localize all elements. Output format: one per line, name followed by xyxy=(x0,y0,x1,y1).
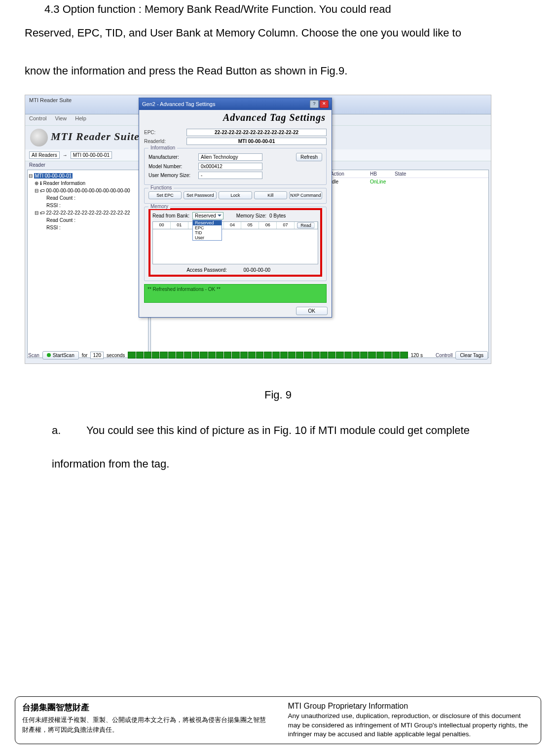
memory-size-label: Memory Size: xyxy=(236,213,266,218)
information-legend: Information xyxy=(148,145,177,150)
refresh-button[interactable]: Refresh xyxy=(296,153,322,161)
bank-option-user[interactable]: User xyxy=(193,235,222,240)
tree-rssi: RSSI : xyxy=(29,224,147,231)
ok-button[interactable]: OK xyxy=(296,307,328,315)
hex-col: 00 xyxy=(153,222,171,229)
kill-button[interactable]: Kill xyxy=(254,191,287,199)
footer-en-title: MTI Group Proprietary Information xyxy=(288,702,534,711)
bank-option-tid[interactable]: TID xyxy=(193,230,222,235)
scan-for-label: for xyxy=(82,353,88,358)
information-group: Information Manufacturer: Alien Technolo… xyxy=(144,148,327,185)
functions-group: Functions Set EPC Set Password Lock Kill… xyxy=(144,188,327,204)
paragraph: know the information and press the Read … xyxy=(25,57,531,85)
list-item: a.You could see this kind of picture as … xyxy=(52,416,531,444)
grid-cell-action: Idle xyxy=(331,179,370,184)
menu-help[interactable]: Help xyxy=(75,115,86,121)
dialog-header: Advanced Tag Settings xyxy=(139,110,332,125)
clear-tags-button[interactable]: Clear Tags xyxy=(455,351,488,360)
readerid-value: MTI 00-00-00-01 xyxy=(186,138,327,145)
menu-view[interactable]: View xyxy=(55,115,67,121)
memory-bank-dropdown[interactable]: Reserved Reserved EPC TID User xyxy=(192,212,223,219)
readerid-label: ReaderId: xyxy=(144,139,184,144)
reader-tree[interactable]: ⊟ MTI 00-00-00-01 ⊕ ℹ Reader Information… xyxy=(27,170,148,358)
scan-seconds-input[interactable]: 120 xyxy=(90,352,104,359)
gear-icon xyxy=(30,129,48,146)
bank-option-epc[interactable]: EPC xyxy=(193,225,222,230)
hex-col: 05 xyxy=(241,222,259,229)
reader-filter-select[interactable]: All Readers xyxy=(29,151,60,159)
arrow-icon: → xyxy=(63,152,68,158)
tree-readcount: Read Count : xyxy=(29,194,147,202)
advanced-tag-settings-dialog: Gen2 - Advanced Tag Settings ? ✕ Advance… xyxy=(139,98,332,318)
functions-legend: Functions xyxy=(148,185,174,190)
memory-legend: Memory xyxy=(148,204,170,209)
menu-control[interactable]: Control xyxy=(29,115,46,121)
hex-col: 06 xyxy=(259,222,277,229)
read-button[interactable]: Read xyxy=(297,222,315,228)
help-icon[interactable]: ? xyxy=(310,100,319,108)
list-bullet: a. xyxy=(52,416,86,444)
read-from-bank-label: Read from Bank: xyxy=(152,213,189,218)
start-scan-button[interactable]: StartScan xyxy=(42,351,79,360)
set-password-button[interactable]: Set Password xyxy=(184,191,217,199)
reader-id-select[interactable]: MTI 00-00-00-01 xyxy=(71,151,112,159)
memory-highlight-box: Read from Bank: Reserved Reserved EPC TI… xyxy=(148,208,322,277)
footer-en-body: Any unauthorized use, duplication, repro… xyxy=(288,712,534,739)
scan-label: Scan xyxy=(28,353,39,358)
hex-col: 01 xyxy=(171,222,188,229)
col-header: State xyxy=(395,171,419,177)
col-header: Action xyxy=(331,171,370,177)
user-mem-value: - xyxy=(198,172,262,179)
model-label: Model Number: xyxy=(148,164,195,169)
tree-readcount: Read Count : xyxy=(29,216,147,224)
scan-progress xyxy=(128,352,408,359)
footer-zh-title: 台揚集團智慧財產 xyxy=(22,702,268,713)
hex-col: 07 xyxy=(277,222,295,229)
footer-notice: 台揚集團智慧財產 任何未經授權逕予複製、重製、公開或使用本文之行為，將被視為侵害… xyxy=(15,696,541,744)
status-message: ** Refreshed informations - OK ** xyxy=(144,284,327,303)
tree-rssi: RSSI : xyxy=(29,202,147,209)
col-header: HB xyxy=(370,171,395,177)
grid-cell-state: OnLine xyxy=(370,179,386,184)
manufacturer-value: Alien Technology xyxy=(198,153,262,161)
memory-bank-selected[interactable]: Reserved xyxy=(192,212,223,219)
scan-seconds-label: seconds xyxy=(107,353,125,358)
figure-caption: Fig. 9 xyxy=(25,389,531,401)
control-label: Controll xyxy=(436,353,452,358)
section-heading: 4.3 Option function : Memory Bank Read/W… xyxy=(44,3,531,16)
tree-root[interactable]: MTI 00-00-00-01 xyxy=(34,173,73,179)
scan-duration: 120 s xyxy=(410,353,422,358)
epc-label: EPC: xyxy=(144,130,184,135)
access-password-label: Access Password: xyxy=(186,267,227,273)
epc-value: 22-22-22-22-22-22-22-22-22-22-22-22 xyxy=(186,129,327,136)
memory-hex-header: 00 01 02 03 04 05 06 07 Read xyxy=(152,221,318,229)
play-icon xyxy=(47,353,51,357)
nxp-command-button[interactable]: NXP Command xyxy=(289,191,322,199)
memory-bank-list[interactable]: Reserved EPC TID User xyxy=(192,220,222,241)
bank-option-reserved[interactable]: Reserved xyxy=(193,220,222,225)
set-epc-button[interactable]: Set EPC xyxy=(148,191,182,199)
memory-grid xyxy=(152,229,318,264)
manufacturer-label: Manufacturer: xyxy=(148,154,195,160)
tree-info[interactable]: Reader Information xyxy=(43,180,86,186)
memory-group: Memory Read from Bank: Reserved Reserved… xyxy=(144,207,327,281)
footer-zh-body: 任何未經授權逕予複製、重製、公開或使用本文之行為，將被視為侵害台揚集團之智慧財產… xyxy=(22,715,268,734)
memory-size-value: 0 Bytes xyxy=(269,213,299,218)
tree-tag-0[interactable]: 00-00-00-00-00-00-00-00-00-00-00-00 xyxy=(46,188,130,193)
dialog-titlebar: Gen2 - Advanced Tag Settings ? ✕ xyxy=(139,98,332,110)
close-icon[interactable]: ✕ xyxy=(320,100,329,108)
hex-col: 04 xyxy=(224,222,242,229)
paragraph: Reserved, EPC, TID, and User Bank at Mem… xyxy=(25,19,531,47)
tree-tag-1[interactable]: 22-22-22-22-22-22-22-22-22-22-22-22 xyxy=(46,210,130,216)
model-value: 0x000412 xyxy=(198,163,262,170)
lock-button[interactable]: Lock xyxy=(219,191,252,199)
access-password-input[interactable]: 00-00-00-00 xyxy=(230,267,284,273)
user-mem-label: User Memory Size: xyxy=(148,173,195,178)
paragraph: information from the tag. xyxy=(52,450,531,478)
figure-9: MTI Reader Suite Control View Help MTI R… xyxy=(25,95,491,364)
reader-app-window: MTI Reader Suite Control View Help MTI R… xyxy=(25,95,491,363)
dialog-title-text: Gen2 - Advanced Tag Settings xyxy=(142,101,215,107)
status-bar: Scan StartScan for 120 seconds 120 s Con… xyxy=(25,347,491,363)
